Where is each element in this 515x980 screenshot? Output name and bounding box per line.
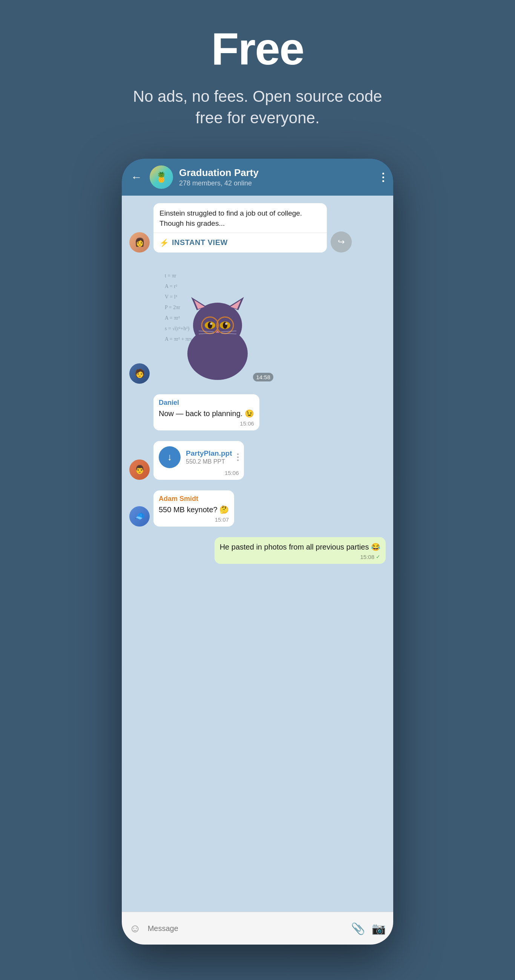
message-footer: 15:08 ✓ <box>220 554 380 560</box>
table-row: 👩 Einstein struggled to find a job out o… <box>129 203 386 252</box>
link-preview-text: Einstein struggled to find a job out of … <box>153 203 327 232</box>
more-dot <box>237 457 239 458</box>
svg-point-14 <box>225 323 227 325</box>
instant-view-label: INSTANT VIEW <box>172 238 228 247</box>
phone-frame: ← 🍍 Graduation Party 278 members, 42 onl… <box>122 159 393 945</box>
avatar: 👩 <box>129 232 150 253</box>
message-footer: 15:06 <box>159 420 254 427</box>
more-dot-1 <box>382 173 384 175</box>
message-input[interactable] <box>148 919 344 938</box>
file-row: ↓ PartyPlan.ppt 550.2 MB PPT <box>159 446 239 468</box>
back-button[interactable]: ← <box>131 171 142 184</box>
cat-sticker <box>157 263 278 384</box>
svg-point-13 <box>210 323 212 325</box>
group-name: Graduation Party <box>179 167 376 179</box>
delivered-checkmark: ✓ <box>376 554 380 560</box>
more-dot <box>237 453 239 455</box>
avatar-icon: 🧢 <box>135 511 145 521</box>
text-message-bubble: Adam Smidt 550 MB keynote? 🤔 15:07 <box>153 490 234 527</box>
link-message-bubble: Einstein struggled to find a job out of … <box>153 203 327 252</box>
table-row: He pasted in photos from all previous pa… <box>129 537 386 564</box>
avatar: 🧑 <box>129 363 150 384</box>
chat-header: ← 🍍 Graduation Party 278 members, 42 onl… <box>122 159 393 196</box>
message-text: Now — back to planning. 😉 <box>159 408 254 419</box>
hero-subtitle: No ads, no fees. Open source code free f… <box>126 86 389 129</box>
group-avatar-emoji: 🍍 <box>155 172 167 183</box>
group-avatar: 🍍 <box>150 165 173 189</box>
message-text: He pasted in photos from all previous pa… <box>220 542 380 552</box>
forward-button[interactable]: ↪ <box>331 231 352 253</box>
file-name: PartyPlan.ppt <box>186 449 232 458</box>
sender-name: Adam Smidt <box>159 495 229 503</box>
table-row: Daniel Now — back to planning. 😉 15:06 <box>129 394 386 430</box>
message-footer: 15:06 <box>159 469 239 476</box>
message-timestamp: 15:06 <box>225 469 239 476</box>
file-message-bubble: ↓ PartyPlan.ppt 550.2 MB PPT 15:06 <box>153 441 244 480</box>
sender-name: Daniel <box>159 399 254 407</box>
file-info: PartyPlan.ppt 550.2 MB PPT <box>186 449 232 465</box>
page-title: Free <box>211 22 303 75</box>
emoji-button[interactable]: ☺ <box>129 922 141 935</box>
chat-info: Graduation Party 278 members, 42 online <box>179 167 376 187</box>
message-timestamp: 15:08 <box>360 554 375 560</box>
camera-button[interactable]: 📷 <box>372 922 386 935</box>
message-text: 550 MB keynote? 🤔 <box>159 504 229 515</box>
table-row: 🧑 t = πr A = r² V = l³ P = 2πr A = πr² s… <box>129 263 386 384</box>
sticker-container: t = πr A = r² V = l³ P = 2πr A = πr² s =… <box>157 263 278 384</box>
message-timestamp: 15:06 <box>240 420 254 427</box>
download-icon: ↓ <box>167 451 172 463</box>
message-timestamp: 14:58 <box>253 373 273 382</box>
message-footer: 15:07 <box>159 516 229 523</box>
chat-body: 👩 Einstein struggled to find a job out o… <box>122 196 393 912</box>
download-button[interactable]: ↓ <box>159 446 180 468</box>
attach-button[interactable]: 📎 <box>351 922 365 935</box>
group-meta: 278 members, 42 online <box>179 180 376 187</box>
table-row: 🧢 Adam Smidt 550 MB keynote? 🤔 15:07 <box>129 490 386 527</box>
avatar-icon: 👩 <box>135 237 145 247</box>
avatar-icon: 👨 <box>135 465 145 474</box>
avatar: 🧢 <box>129 506 150 527</box>
message-timestamp: 15:07 <box>215 516 229 523</box>
more-dot-3 <box>382 180 384 182</box>
forward-icon: ↪ <box>338 237 344 247</box>
text-message-bubble: Daniel Now — back to planning. 😉 15:06 <box>153 394 259 430</box>
more-dot <box>237 460 239 461</box>
avatar: 👨 <box>129 460 150 480</box>
file-more-button[interactable] <box>237 453 239 461</box>
file-size: 550.2 MB PPT <box>186 458 232 465</box>
lightning-icon: ⚡ <box>159 238 169 247</box>
chat-input-bar: ☺ 📎 📷 <box>122 912 393 945</box>
sent-message-bubble: He pasted in photos from all previous pa… <box>215 537 386 564</box>
more-dot-2 <box>382 177 384 178</box>
more-menu-button[interactable] <box>382 173 384 182</box>
table-row: 👨 ↓ PartyPlan.ppt 550.2 MB PPT <box>129 441 386 480</box>
avatar-icon: 🧑 <box>135 369 145 379</box>
instant-view-button[interactable]: ⚡ INSTANT VIEW <box>153 232 327 253</box>
